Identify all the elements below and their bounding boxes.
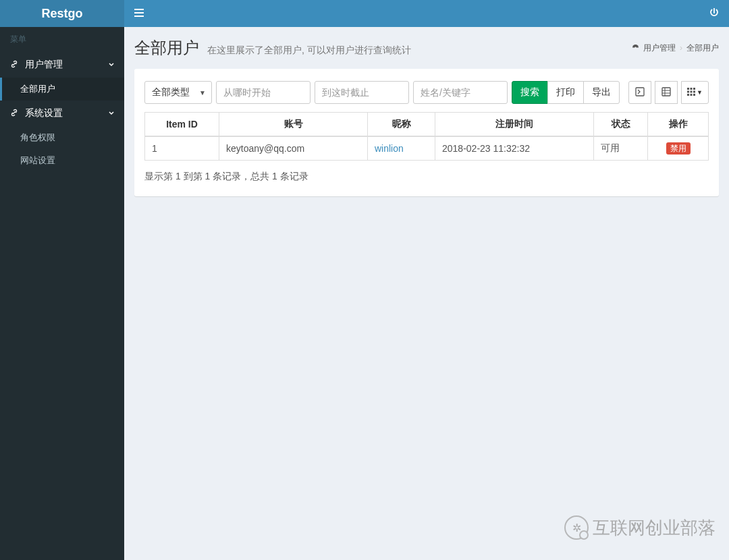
watermark: ✲ 互联网创业部落	[564, 515, 716, 540]
link-icon	[10, 109, 18, 119]
page-title: 全部用户 在这里展示了全部用户, 可以对用户进行查询统计	[134, 37, 411, 59]
sidebar-group-user-mgmt[interactable]: 用户管理	[0, 52, 124, 78]
start-date-input[interactable]	[216, 81, 310, 104]
wechat-icon: ✲	[564, 515, 589, 540]
dropdown-arrow-icon: ▼	[199, 89, 206, 96]
sidebar-item-site-settings[interactable]: 网站设置	[0, 149, 124, 172]
breadcrumb: 用户管理 › 全部用户	[632, 43, 719, 54]
sidebar-group-system[interactable]: 系统设置	[0, 101, 124, 126]
dashboard-icon	[632, 44, 639, 53]
search-button-group: 搜索 打印 导出	[512, 81, 620, 104]
print-button[interactable]: 打印	[547, 81, 584, 104]
grid-icon	[687, 87, 695, 98]
list-icon	[662, 87, 671, 99]
toggle-pagination-button[interactable]	[628, 81, 651, 104]
svg-rect-8	[693, 91, 695, 93]
cell-action: 禁用	[648, 136, 709, 161]
cell-nickname: winlion	[368, 136, 435, 161]
keyword-input[interactable]	[413, 81, 508, 104]
cell-regtime: 2018-02-23 11:32:32	[435, 136, 594, 161]
sidebar-group-label: 系统设置	[25, 107, 63, 119]
svg-rect-6	[687, 91, 689, 93]
toggle-view-button[interactable]	[655, 81, 678, 104]
top-header: Restgo	[0, 0, 729, 27]
cell-account: keytoany@qq.com	[219, 136, 368, 161]
users-table: Item ID 账号 昵称 注册时间 状态 操作 1 keytoany@qq.c…	[144, 112, 709, 161]
menu-header: 菜单	[0, 27, 124, 52]
sidebar-item-all-users[interactable]: 全部用户	[0, 78, 124, 101]
toolbar-left: 全部类型 ▼ 搜索 打印 导出	[144, 81, 620, 104]
export-button[interactable]: 导出	[583, 81, 620, 104]
col-nickname[interactable]: 昵称	[368, 113, 435, 137]
chevron-down-icon	[109, 61, 114, 69]
content-wrapper: 全部用户 在这里展示了全部用户, 可以对用户进行查询统计 用户管理 › 全部用户…	[124, 27, 729, 560]
power-icon[interactable]	[709, 8, 719, 20]
svg-rect-7	[691, 91, 693, 93]
breadcrumb-current: 全部用户	[686, 43, 719, 54]
svg-rect-11	[693, 94, 695, 96]
col-item-id[interactable]: Item ID	[145, 113, 219, 137]
svg-rect-3	[687, 88, 689, 90]
table-header-row: Item ID 账号 昵称 注册时间 状态 操作	[145, 113, 709, 137]
disable-button[interactable]: 禁用	[666, 142, 691, 155]
link-icon	[10, 60, 18, 70]
breadcrumb-root[interactable]: 用户管理	[643, 43, 676, 54]
col-action[interactable]: 操作	[648, 113, 709, 137]
col-status[interactable]: 状态	[594, 113, 648, 137]
svg-rect-10	[691, 94, 693, 96]
svg-point-0	[635, 47, 637, 48]
cell-status: 可用	[594, 136, 648, 161]
search-button[interactable]: 搜索	[512, 81, 548, 104]
hamburger-icon[interactable]	[134, 8, 144, 19]
toolbar: 全部类型 ▼ 搜索 打印 导出	[144, 81, 709, 104]
cell-id: 1	[145, 136, 219, 161]
table-row: 1 keytoany@qq.com winlion 2018-02-23 11:…	[145, 136, 709, 161]
svg-rect-4	[691, 88, 693, 90]
nickname-link[interactable]: winlion	[375, 143, 404, 154]
toolbar-right: ▼	[628, 81, 709, 104]
end-date-input[interactable]	[315, 81, 409, 104]
top-nav	[124, 0, 729, 27]
main-box: 全部类型 ▼ 搜索 打印 导出	[134, 69, 719, 196]
col-account[interactable]: 账号	[219, 113, 368, 137]
caret-down-icon: ▼	[697, 89, 703, 96]
svg-rect-2	[662, 88, 670, 96]
svg-rect-9	[687, 94, 689, 96]
chevron-down-icon	[109, 110, 114, 117]
col-regtime[interactable]: 注册时间	[435, 113, 594, 137]
brand-logo[interactable]: Restgo	[0, 0, 124, 27]
pagination-icon	[635, 87, 645, 99]
table-info: 显示第 1 到第 1 条记录，总共 1 条记录	[144, 167, 709, 186]
sidebar-group-label: 用户管理	[25, 59, 63, 71]
page-subtitle: 在这里展示了全部用户, 可以对用户进行查询统计	[207, 45, 411, 57]
content: 全部类型 ▼ 搜索 打印 导出	[124, 69, 729, 206]
content-header: 全部用户 在这里展示了全部用户, 可以对用户进行查询统计 用户管理 › 全部用户	[124, 27, 729, 69]
sidebar-item-roles[interactable]: 角色权限	[0, 126, 124, 149]
type-select[interactable]: 全部类型 ▼	[144, 81, 212, 104]
columns-button[interactable]: ▼	[681, 81, 709, 104]
sidebar: 菜单 用户管理 全部用户 系统设置 角色权限 网站设置	[0, 27, 124, 560]
svg-rect-5	[693, 88, 695, 90]
